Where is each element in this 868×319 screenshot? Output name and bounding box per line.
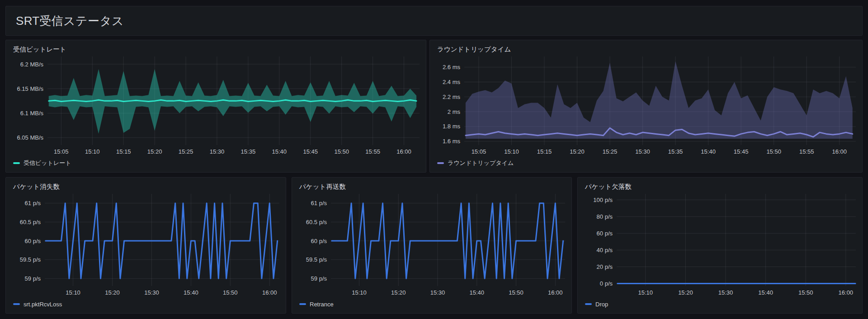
svg-text:1.6 ms: 1.6 ms <box>443 138 461 145</box>
svg-text:15:30: 15:30 <box>718 289 733 296</box>
svg-text:40 p/s: 40 p/s <box>597 247 613 253</box>
svg-text:15:45: 15:45 <box>303 148 318 155</box>
svg-text:15:40: 15:40 <box>470 289 485 296</box>
legend: 受信ビットレート <box>6 157 426 172</box>
series-color-marker-icon <box>585 303 592 305</box>
svg-text:6.15 MB/s: 6.15 MB/s <box>17 85 43 92</box>
svg-text:20 p/s: 20 p/s <box>597 263 613 270</box>
svg-text:15:25: 15:25 <box>603 148 618 155</box>
legend-label: Drop <box>595 301 608 308</box>
svg-text:15:50: 15:50 <box>223 289 238 296</box>
svg-text:15:10: 15:10 <box>66 289 80 296</box>
legend-label: Retrance <box>310 301 334 308</box>
svg-text:15:10: 15:10 <box>85 148 100 155</box>
series-color-marker-icon <box>13 303 20 305</box>
legend-label: srt.pktRcvLoss <box>24 301 62 308</box>
legend-item[interactable]: srt.pktRcvLoss <box>13 301 62 308</box>
svg-text:15:40: 15:40 <box>272 148 287 155</box>
svg-text:15:40: 15:40 <box>184 289 198 296</box>
series-color-marker-icon <box>437 162 444 164</box>
svg-text:100 p/s: 100 p/s <box>593 197 613 203</box>
grafana-dashboard: SRT受信ステータス 受信ビットレート 15:0515:1015:1515:20… <box>0 0 868 319</box>
svg-text:16:00: 16:00 <box>839 289 854 296</box>
svg-text:15:20: 15:20 <box>678 289 693 296</box>
legend: Drop <box>578 298 862 313</box>
dashboard-title: SRT受信ステータス <box>6 13 862 29</box>
legend-label: 受信ビットレート <box>24 159 71 167</box>
series-color-marker-icon <box>299 303 306 305</box>
svg-text:59.5 p/s: 59.5 p/s <box>20 256 41 263</box>
svg-text:2 ms: 2 ms <box>448 108 461 115</box>
panel-packet-retransmit: パケット再送数 15:1015:2015:3015:4015:5016:0059… <box>292 177 572 314</box>
svg-text:15:30: 15:30 <box>635 148 650 155</box>
svg-text:16:00: 16:00 <box>262 289 277 296</box>
svg-text:59 p/s: 59 p/s <box>25 275 41 282</box>
series-color-marker-icon <box>13 162 20 164</box>
svg-text:2.6 ms: 2.6 ms <box>443 64 461 70</box>
svg-text:6.05 MB/s: 6.05 MB/s <box>17 134 43 141</box>
packet-retransmit-chart-canvas[interactable]: 15:1015:2015:3015:4015:5016:0059 p/s59.5… <box>292 192 571 298</box>
svg-text:15:10: 15:10 <box>504 148 519 155</box>
svg-text:15:20: 15:20 <box>391 289 406 296</box>
svg-text:60 p/s: 60 p/s <box>25 238 41 244</box>
svg-text:15:20: 15:20 <box>147 148 162 155</box>
svg-text:15:30: 15:30 <box>210 148 225 155</box>
svg-text:15:55: 15:55 <box>799 148 814 155</box>
header-text-panel: SRT受信ステータス <box>5 6 863 36</box>
svg-text:15:05: 15:05 <box>472 148 486 155</box>
svg-text:2.2 ms: 2.2 ms <box>443 94 461 100</box>
svg-text:15:40: 15:40 <box>758 289 773 296</box>
panel-title[interactable]: ラウンドトリップタイム <box>430 40 862 55</box>
svg-text:15:25: 15:25 <box>179 148 193 155</box>
svg-text:16:00: 16:00 <box>548 289 563 296</box>
svg-text:15:40: 15:40 <box>701 148 716 155</box>
svg-text:6.1 MB/s: 6.1 MB/s <box>20 110 44 117</box>
svg-text:0 p/s: 0 p/s <box>600 280 613 287</box>
bitrate-chart-canvas[interactable]: 15:0515:1015:1515:2015:2515:3015:3515:40… <box>6 55 426 157</box>
panel-title[interactable]: パケット消失数 <box>6 178 286 192</box>
svg-text:15:50: 15:50 <box>798 289 813 296</box>
packet-drop-chart-canvas[interactable]: 15:1015:2015:3015:4015:5016:000 p/s20 p/… <box>578 192 862 298</box>
svg-text:61 p/s: 61 p/s <box>25 200 41 206</box>
rtt-chart-canvas[interactable]: 15:0515:1015:1515:2015:2515:3015:3515:40… <box>430 55 862 157</box>
svg-text:16:00: 16:00 <box>832 148 847 155</box>
svg-text:1.8 ms: 1.8 ms <box>443 123 461 130</box>
panel-packet-drop: パケット欠落数 15:1015:2015:3015:4015:5016:000 … <box>577 177 863 314</box>
svg-text:15:50: 15:50 <box>509 289 524 296</box>
panel-title[interactable]: 受信ビットレート <box>6 40 426 55</box>
svg-text:15:30: 15:30 <box>430 289 445 296</box>
svg-text:15:50: 15:50 <box>766 148 781 155</box>
svg-text:60.5 p/s: 60.5 p/s <box>306 219 327 225</box>
svg-text:60.5 p/s: 60.5 p/s <box>20 219 41 225</box>
svg-text:15:05: 15:05 <box>54 148 69 155</box>
svg-text:61 p/s: 61 p/s <box>311 200 327 206</box>
svg-text:59.5 p/s: 59.5 p/s <box>306 256 327 263</box>
svg-text:15:10: 15:10 <box>352 289 367 296</box>
packet-loss-chart-canvas[interactable]: 15:1015:2015:3015:4015:5016:0059 p/s59.5… <box>6 192 286 298</box>
svg-text:15:10: 15:10 <box>638 289 653 296</box>
svg-text:60 p/s: 60 p/s <box>311 238 327 244</box>
legend-item[interactable]: Retrance <box>299 301 334 308</box>
svg-text:15:20: 15:20 <box>570 148 585 155</box>
svg-text:15:20: 15:20 <box>105 289 120 296</box>
svg-text:15:45: 15:45 <box>734 148 749 155</box>
panel-title[interactable]: パケット再送数 <box>292 178 571 192</box>
svg-text:15:30: 15:30 <box>144 289 159 296</box>
legend: Retrance <box>292 298 571 313</box>
svg-text:15:15: 15:15 <box>537 148 552 155</box>
panel-round-trip-time: ラウンドトリップタイム 15:0515:1015:1515:2015:2515:… <box>429 40 863 173</box>
panel-title[interactable]: パケット欠落数 <box>578 178 862 192</box>
svg-text:15:15: 15:15 <box>116 148 131 155</box>
svg-text:2.4 ms: 2.4 ms <box>443 79 461 85</box>
svg-text:15:50: 15:50 <box>334 148 349 155</box>
legend-item[interactable]: Drop <box>585 301 608 308</box>
legend-item[interactable]: ラウンドトリップタイム <box>437 159 514 167</box>
svg-text:60 p/s: 60 p/s <box>597 230 613 237</box>
legend-item[interactable]: 受信ビットレート <box>13 159 71 167</box>
svg-text:80 p/s: 80 p/s <box>597 213 613 220</box>
svg-text:59 p/s: 59 p/s <box>311 275 327 282</box>
panel-receive-bitrate: 受信ビットレート 15:0515:1015:1515:2015:2515:301… <box>5 40 426 173</box>
svg-text:6.2 MB/s: 6.2 MB/s <box>20 61 44 68</box>
panel-packet-loss: パケット消失数 15:1015:2015:3015:4015:5016:0059… <box>5 177 286 314</box>
legend-label: ラウンドトリップタイム <box>448 159 514 167</box>
